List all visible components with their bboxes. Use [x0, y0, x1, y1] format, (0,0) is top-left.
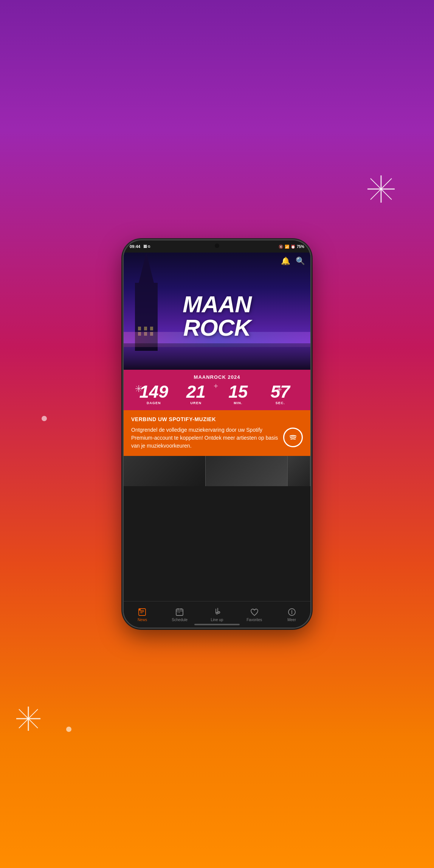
spotify-logo[interactable] [283, 428, 303, 447]
countdown-sparkle-2 [214, 384, 218, 388]
hero-icons: 🔔 🔍 [281, 256, 305, 265]
spotify-title: VERBIND UW SPOTIFY-MUZIEK [131, 416, 303, 422]
countdown-sparkle-3 [277, 387, 282, 392]
countdown-hours-label: UREN [175, 401, 217, 405]
alarm-icon: ⏰ [291, 245, 295, 249]
nav-item-news[interactable]: News [124, 608, 161, 622]
countdown-minutes-label: MIN. [217, 401, 259, 405]
spotify-description: Ontgrendel de volledige muziekervaring d… [131, 426, 279, 450]
hero-title-line2: ROCK [124, 316, 310, 339]
countdown-days-label: DAGEN [133, 401, 175, 405]
countdown-sparkle-1 [135, 385, 143, 392]
image-strip [124, 456, 310, 486]
time-display: 09:44 [130, 244, 140, 249]
countdown-minutes-number: 15 [217, 383, 259, 400]
battery-display: 75% [297, 245, 304, 249]
mute-icon: 🔇 [279, 245, 283, 249]
nav-label-lineup: Line up [211, 618, 223, 622]
image-1 [124, 456, 206, 486]
sparkle-top-right-icon [366, 174, 396, 204]
spotify-icon [287, 432, 299, 443]
status-bar: 09:44 🖼 G 🔇 📶 ⏰ 75% [124, 240, 310, 253]
image-2 [206, 456, 288, 486]
sparkle-bottom-left-icon [15, 705, 42, 732]
nav-label-meer: Meer [287, 618, 296, 622]
countdown-seconds: 57 SEC. [259, 383, 302, 405]
countdown-section: MAANROCK 2024 [124, 370, 310, 410]
nav-item-lineup[interactable]: Line up [198, 608, 236, 622]
svg-line-3 [370, 178, 392, 200]
hero-title-line1: MAAN [124, 293, 310, 316]
nav-label-favorites: Favorites [246, 618, 262, 622]
nav-item-schedule[interactable]: Schedule [161, 608, 198, 622]
meer-icon [287, 608, 296, 617]
home-indicator [194, 624, 240, 625]
status-icons-left: 🖼 G [143, 245, 150, 248]
svg-line-6 [19, 709, 38, 728]
countdown-grid: 149 DAGEN 21 UREN 15 MIN. 57 SEC. [131, 383, 303, 405]
decorative-dot-left [42, 416, 47, 421]
crowd-silhouette [124, 343, 310, 370]
image-3 [288, 456, 310, 486]
svg-rect-23 [139, 609, 141, 611]
bell-icon[interactable]: 🔔 [281, 256, 290, 265]
spotify-content: Ontgrendel de volledige muziekervaring d… [131, 426, 303, 450]
lineup-icon [212, 608, 222, 617]
status-right: 🔇 📶 ⏰ 75% [279, 245, 304, 249]
countdown-minutes: 15 MIN. [217, 383, 259, 405]
favorites-icon [250, 608, 259, 617]
decorative-dot-bottom [66, 727, 71, 732]
nav-item-meer[interactable]: Meer [273, 608, 310, 622]
app-screen: 🔔 🔍 MAAN ROCK MAANROCK 2024 [124, 253, 310, 628]
phone-frame: 09:44 🖼 G 🔇 📶 ⏰ 75% [122, 239, 312, 629]
hero-section: 🔔 🔍 MAAN ROCK [124, 253, 310, 370]
countdown-title: MAANROCK 2024 [131, 374, 303, 380]
status-left: 09:44 🖼 G [130, 244, 150, 249]
news-icon [138, 608, 147, 617]
spotify-section: VERBIND UW SPOTIFY-MUZIEK Ontgrendel de … [124, 410, 310, 456]
hero-title: MAAN ROCK [124, 293, 310, 339]
nav-label-news: News [138, 618, 147, 622]
svg-line-2 [370, 178, 392, 200]
svg-line-7 [19, 709, 38, 728]
wifi-icon: 📶 [285, 245, 289, 249]
countdown-hours: 21 UREN [175, 383, 217, 405]
nav-item-favorites[interactable]: Favorites [236, 608, 273, 622]
countdown-hours-number: 21 [175, 383, 217, 400]
search-icon[interactable]: 🔍 [296, 256, 305, 265]
nav-label-schedule: Schedule [172, 618, 188, 622]
camera-notch [215, 243, 219, 248]
countdown-seconds-label: SEC. [259, 401, 302, 405]
schedule-icon [175, 608, 184, 617]
